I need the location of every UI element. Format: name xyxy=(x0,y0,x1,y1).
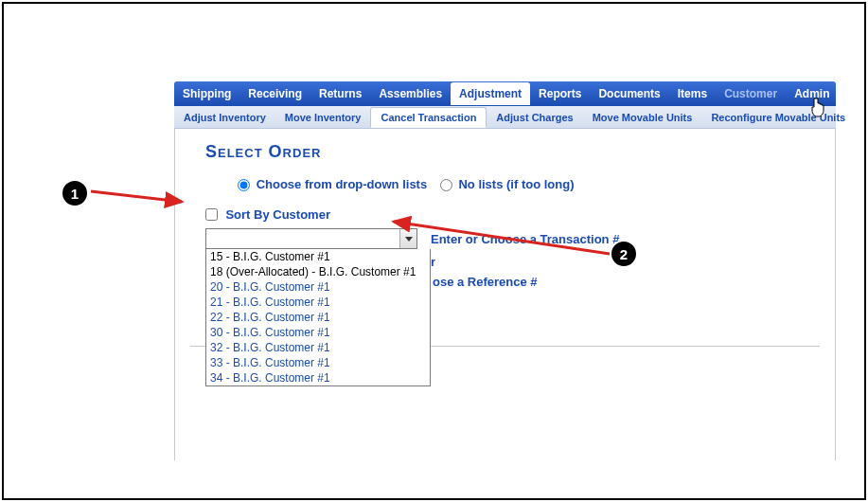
dropdown-item[interactable]: 18 (Over-Allocated) - B.I.G. Customer #1 xyxy=(206,264,430,279)
cursor-pointer-icon xyxy=(808,98,825,118)
svg-line-1 xyxy=(394,222,610,254)
nav-items[interactable]: Items xyxy=(669,82,716,105)
dropdown-item[interactable]: 33 - B.I.G. Customer #1 xyxy=(206,355,430,370)
nav-reports[interactable]: Reports xyxy=(530,82,590,105)
sort-by-customer-label: Sort By Customer xyxy=(225,207,330,222)
dropdown-item[interactable]: 32 - B.I.G. Customer #1 xyxy=(206,340,430,355)
page-title: Select Order xyxy=(205,142,820,162)
subnav-cancel-transaction[interactable]: Cancel Transaction xyxy=(370,107,487,128)
dropdown-item[interactable]: 20 - B.I.G. Customer #1 xyxy=(206,279,430,295)
annotation-arrow-1 xyxy=(89,180,193,214)
annotation-marker-2: 2 xyxy=(610,240,638,268)
radio-no-lists[interactable] xyxy=(440,179,452,191)
sort-by-customer-checkbox[interactable] xyxy=(205,208,218,221)
reference-label: ose a Reference # xyxy=(433,275,538,289)
radio-label-nolists[interactable]: No lists (if too long) xyxy=(440,177,575,191)
subnav-adjust-charges[interactable]: Adjust Charges xyxy=(487,108,582,127)
nav-receiving[interactable]: Receiving xyxy=(239,82,310,105)
radio-dropdown-text: Choose from drop-down lists xyxy=(257,177,428,191)
subnav-move-inventory[interactable]: Move Inventory xyxy=(275,108,371,127)
nav-assemblies[interactable]: Assemblies xyxy=(370,82,451,105)
nav-returns[interactable]: Returns xyxy=(310,82,370,105)
transaction-dropdown-list[interactable]: 15 - B.I.G. Customer #1 18 (Over-Allocat… xyxy=(205,249,431,386)
radio-dropdown-lists[interactable] xyxy=(238,179,250,191)
svg-line-0 xyxy=(91,191,182,202)
main-nav: Shipping Receiving Returns Assemblies Ad… xyxy=(174,81,836,106)
subnav-reconfigure-movable-units[interactable]: Reconfigure Movable Units xyxy=(701,108,855,127)
list-mode-radio-group: Choose from drop-down lists No lists (if… xyxy=(238,175,820,192)
nav-adjustment[interactable]: Adjustment xyxy=(451,82,530,105)
radio-nolists-text: No lists (if too long) xyxy=(458,177,574,191)
subnav-move-movable-units[interactable]: Move Movable Units xyxy=(583,108,702,127)
subnav-adjust-inventory[interactable]: Adjust Inventory xyxy=(174,108,275,127)
nav-documents[interactable]: Documents xyxy=(590,82,668,105)
dropdown-item[interactable]: 22 - B.I.G. Customer #1 xyxy=(206,310,430,325)
nav-customer[interactable]: Customer xyxy=(716,82,786,105)
sub-nav: Adjust Inventory Move Inventory Cancel T… xyxy=(174,106,836,129)
app-frame: Shipping Receiving Returns Assemblies Ad… xyxy=(2,2,866,500)
content-area: Shipping Receiving Returns Assemblies Ad… xyxy=(174,81,836,460)
annotation-marker-1: 1 xyxy=(61,179,89,207)
page-body: Select Order Choose from drop-down lists… xyxy=(174,129,836,460)
nav-shipping[interactable]: Shipping xyxy=(174,82,239,105)
radio-label-dropdown[interactable]: Choose from drop-down lists xyxy=(238,177,431,191)
dropdown-item[interactable]: 30 - B.I.G. Customer #1 xyxy=(206,325,430,340)
dropdown-item[interactable]: 21 - B.I.G. Customer #1 xyxy=(206,295,430,310)
reference-row: ose a Reference # xyxy=(433,275,820,289)
dropdown-item[interactable]: 34 - B.I.G. Customer #1 xyxy=(206,370,430,385)
annotation-arrow-2 xyxy=(386,216,613,261)
